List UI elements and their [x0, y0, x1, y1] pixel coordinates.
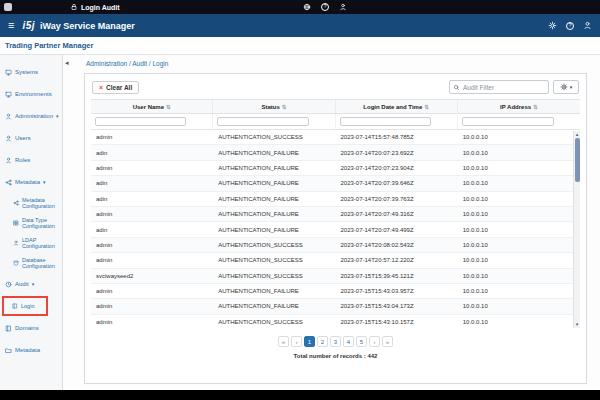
- sort-icon: ⇅: [166, 104, 171, 110]
- page-prev-button[interactable]: ‹: [291, 336, 302, 347]
- table-row: admin AUTHENTICATION_FAILURE 2023-07-15T…: [91, 299, 580, 314]
- cell-username: admin: [91, 242, 213, 248]
- cell-status: AUTHENTICATION_SUCCESS: [213, 273, 335, 279]
- product-subtitle: Trading Partner Manager: [0, 37, 600, 55]
- help-icon[interactable]: ?: [566, 22, 574, 30]
- table-row: admin AUTHENTICATION_FAILURE 2023-07-15T…: [91, 284, 580, 299]
- sidebar-item-metadata[interactable]: Metadata ▾: [0, 171, 62, 193]
- username-filter-input[interactable]: [95, 117, 186, 126]
- cell-ip: 10.0.0.10: [458, 257, 580, 263]
- page-3-button[interactable]: 3: [330, 336, 341, 347]
- sidebar-collapse-icon[interactable]: ◂: [65, 59, 69, 67]
- cell-username: admin: [91, 165, 213, 171]
- sidebar-item-administration[interactable]: Administration ▾: [0, 105, 62, 127]
- sidebar-item-database-configuration[interactable]: Database Configuration: [0, 253, 62, 273]
- cell-ip: 10.0.0.10: [458, 134, 580, 140]
- clear-all-button[interactable]: × Clear All: [92, 81, 139, 94]
- chevron-down-icon: ▾: [570, 84, 573, 90]
- audit-filter-input[interactable]: [450, 81, 548, 93]
- cell-status: AUTHENTICATION_FAILURE: [213, 165, 335, 171]
- sidebar-item-users[interactable]: Users: [0, 127, 62, 149]
- table-row: admin AUTHENTICATION_FAILURE 2023-07-14T…: [91, 161, 580, 176]
- scroll-up-icon[interactable]: ▴: [576, 131, 579, 138]
- sidebar-item-roles[interactable]: Roles: [0, 149, 62, 171]
- filter-options-button[interactable]: ▾: [553, 80, 579, 94]
- page-next-button[interactable]: ›: [369, 336, 380, 347]
- sidebar-item-environments[interactable]: Environments: [0, 83, 62, 105]
- cell-username: admin: [91, 288, 213, 294]
- cell-ip: 10.0.0.10: [458, 165, 580, 171]
- column-header-username[interactable]: User Name ⇅: [91, 100, 213, 113]
- sidebar-item-systems[interactable]: Systems: [0, 61, 62, 83]
- cell-status: AUTHENTICATION_SUCCESS: [213, 242, 335, 248]
- sidebar: Systems Environments Administration ▾ Us…: [0, 55, 63, 390]
- page-1-button[interactable]: 1: [304, 336, 315, 347]
- column-header-ip[interactable]: IP Address ⇅: [458, 100, 580, 113]
- chevron-down-icon: ▾: [32, 281, 35, 287]
- sidebar-item-domains[interactable]: Domains: [0, 317, 62, 339]
- sidebar-item-metadata-configuration[interactable]: Metadata Configuration: [0, 193, 62, 213]
- user-icon[interactable]: [339, 3, 347, 11]
- header-icons: ?: [548, 21, 592, 30]
- cell-ip: 10.0.0.10: [458, 242, 580, 248]
- page-2-button[interactable]: 2: [317, 336, 328, 347]
- gear-icon[interactable]: [548, 21, 557, 30]
- window-title: Login Audit: [81, 4, 120, 11]
- cell-ip: 10.0.0.10: [458, 303, 580, 309]
- app-title: iWay Service Manager: [40, 21, 135, 31]
- audit-panel: × Clear All ▾ User Na: [84, 73, 587, 384]
- cell-login-date: 2023-07-14T20:07:39.646Z: [336, 180, 458, 186]
- clear-icon: ×: [99, 84, 103, 91]
- cell-login-date: 2023-07-15T15:43:03.957Z: [336, 288, 458, 294]
- login-date-filter-input[interactable]: [340, 117, 431, 126]
- scrollbar-thumb[interactable]: [575, 138, 580, 182]
- table-row: admin AUTHENTICATION_SUCCESS 2023-07-14T…: [91, 130, 580, 145]
- cell-ip: 10.0.0.10: [458, 180, 580, 186]
- screen: Login Audit ? ≡ i5j iWay Service Manager…: [0, 0, 600, 400]
- user-icon[interactable]: [583, 21, 592, 30]
- sidebar-item-audit[interactable]: Audit ▾: [0, 273, 62, 295]
- page-5-button[interactable]: 5: [356, 336, 367, 347]
- status-filter-input[interactable]: [217, 117, 308, 126]
- cell-login-date: 2023-07-15T15:39:45.121Z: [336, 273, 458, 279]
- cell-login-date: 2023-07-14T15:57:48.785Z: [336, 134, 458, 140]
- cell-status: AUTHENTICATION_FAILURE: [213, 150, 335, 156]
- brand-logo: i5j: [22, 20, 35, 31]
- menu-icon[interactable]: ≡: [8, 20, 14, 31]
- cell-ip: 10.0.0.10: [458, 288, 580, 294]
- sidebar-item-metadata-2[interactable]: Metadata: [0, 339, 62, 361]
- scroll-down-icon[interactable]: ▾: [576, 321, 579, 328]
- sort-icon: ⇅: [424, 104, 429, 110]
- audit-filter-search: [449, 80, 549, 94]
- sidebar-item-data-type-configuration[interactable]: Data Type Configuration: [0, 213, 62, 233]
- monitor-icon: [5, 69, 12, 76]
- globe-icon[interactable]: [303, 3, 311, 11]
- page-first-button[interactable]: «: [278, 336, 289, 347]
- app-icon: [4, 3, 12, 11]
- breadcrumb[interactable]: Administration / Audit / Login: [86, 60, 168, 67]
- column-header-status[interactable]: Status ⇅: [213, 100, 335, 113]
- sort-icon: ⇅: [533, 104, 538, 110]
- cell-status: AUTHENTICATION_FAILURE: [213, 196, 335, 202]
- table-scrollbar[interactable]: ▴ ▾: [573, 131, 580, 328]
- cell-username: admin: [91, 303, 213, 309]
- sidebar-item-login[interactable]: Login: [3, 297, 47, 315]
- cell-username: admin: [91, 134, 213, 140]
- total-records-label: Total number of records : 442: [85, 353, 586, 359]
- cell-status: AUTHENTICATION_FAILURE: [213, 288, 335, 294]
- window-title-group: Login Audit: [70, 0, 120, 14]
- ip-filter-input[interactable]: [462, 117, 554, 126]
- user-icon: [5, 113, 12, 120]
- search-icon: [453, 84, 460, 91]
- sidebar-item-ldap-configuration[interactable]: LDAP Configuration: [0, 233, 62, 253]
- column-header-login-date[interactable]: Login Date and Time ⇅: [336, 100, 458, 113]
- sort-icon: ⇅: [282, 104, 287, 110]
- page-4-button[interactable]: 4: [343, 336, 354, 347]
- user-icon: [5, 135, 12, 142]
- app-header: ≡ i5j iWay Service Manager ?: [0, 14, 600, 37]
- page-last-button[interactable]: »: [382, 336, 393, 347]
- table-row: admin AUTHENTICATION_SUCCESS 2023-07-14T…: [91, 253, 580, 268]
- cell-ip: 10.0.0.10: [458, 227, 580, 233]
- help-icon[interactable]: ?: [321, 3, 329, 11]
- table-row: adin AUTHENTICATION_FAILURE 2023-07-14T2…: [91, 222, 580, 237]
